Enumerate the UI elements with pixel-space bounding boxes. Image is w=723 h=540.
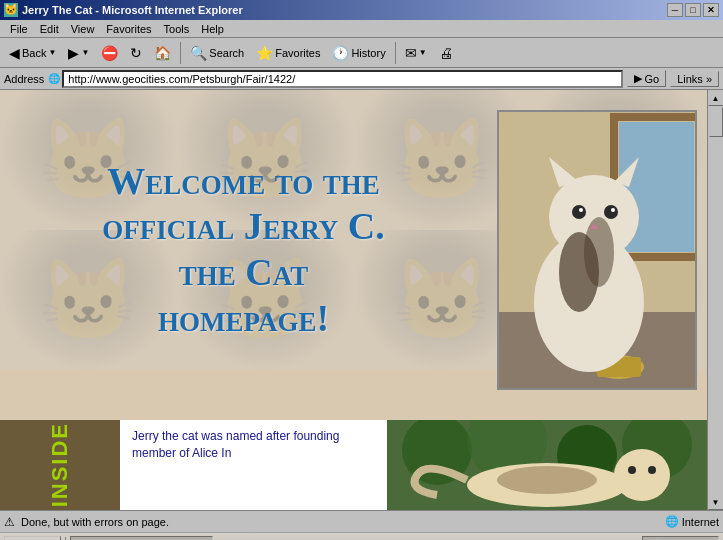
system-tray: 🔊 9:33 PM bbox=[642, 536, 719, 541]
svg-point-23 bbox=[614, 449, 670, 501]
menu-help[interactable]: Help bbox=[195, 22, 230, 36]
zone-label: Internet bbox=[682, 516, 719, 528]
status-zone: 🌐 Internet bbox=[665, 515, 719, 528]
favorites-icon: ⭐ bbox=[256, 45, 273, 61]
mail-button[interactable]: ✉ ▼ bbox=[400, 43, 432, 63]
address-bar: Address 🌐 ▶ Go Links » bbox=[0, 68, 723, 90]
svg-point-12 bbox=[572, 205, 586, 219]
search-button[interactable]: 🔍 Search bbox=[185, 43, 249, 63]
welcome-section: Welcome to the official Jerry C. the Cat… bbox=[0, 90, 707, 410]
minimize-button[interactable]: ─ bbox=[667, 3, 683, 17]
close-button[interactable]: ✕ bbox=[703, 3, 719, 17]
menu-edit[interactable]: Edit bbox=[34, 22, 65, 36]
refresh-button[interactable]: ↻ bbox=[125, 43, 147, 63]
cat-photo-area bbox=[487, 90, 707, 410]
taskbar: ⊞ Start 🐱 Jerry The Cat - Micro... 🔊 9:3… bbox=[0, 532, 723, 540]
vertical-scrollbar[interactable]: ▲ ▼ bbox=[707, 90, 723, 510]
menu-favorites[interactable]: Favorites bbox=[100, 22, 157, 36]
taskbar-window-item[interactable]: 🐱 Jerry The Cat - Micro... bbox=[70, 536, 213, 541]
globe-icon: 🌐 bbox=[665, 515, 679, 528]
stop-button[interactable]: ⛔ bbox=[96, 43, 123, 63]
forward-arrow-icon: ▼ bbox=[81, 48, 89, 57]
cat-photo-svg bbox=[499, 112, 697, 390]
inside-panel: INSIDE bbox=[0, 420, 120, 510]
svg-point-11 bbox=[584, 217, 614, 287]
status-text: Done, but with errors on page. bbox=[21, 516, 659, 528]
cat-photo-frame bbox=[497, 110, 697, 390]
welcome-line4: homepage! bbox=[158, 297, 329, 339]
warning-icon: ⚠ bbox=[4, 515, 15, 529]
address-label: Address bbox=[4, 73, 44, 85]
mail-arrow-icon: ▼ bbox=[419, 48, 427, 57]
back-label: Back bbox=[22, 47, 46, 59]
back-icon: ◀ bbox=[9, 45, 20, 61]
home-icon: 🏠 bbox=[154, 45, 171, 61]
toolbar: ◀ Back ▼ ▶ ▼ ⛔ ↻ 🏠 🔍 Search ⭐ Favorites … bbox=[0, 38, 723, 68]
svg-point-26 bbox=[648, 466, 656, 474]
webpage-icon: 🌐 bbox=[48, 73, 60, 84]
scroll-down-button[interactable]: ▼ bbox=[708, 494, 724, 510]
back-button[interactable]: ◀ Back ▼ bbox=[4, 43, 61, 63]
go-button[interactable]: ▶ Go bbox=[627, 70, 666, 87]
welcome-text-area: Welcome to the official Jerry C. the Cat… bbox=[0, 90, 487, 410]
toolbar-separator-2 bbox=[395, 42, 396, 64]
favorites-button[interactable]: ⭐ Favorites bbox=[251, 43, 325, 63]
search-icon: 🔍 bbox=[190, 45, 207, 61]
history-button[interactable]: 🕐 History bbox=[327, 43, 390, 63]
mail-icon: ✉ bbox=[405, 45, 417, 61]
history-label: History bbox=[351, 47, 385, 59]
stop-icon: ⛔ bbox=[101, 45, 118, 61]
links-button[interactable]: Links » bbox=[670, 71, 719, 87]
window-title: Jerry The Cat - Microsoft Internet Explo… bbox=[22, 4, 243, 16]
forward-button[interactable]: ▶ ▼ bbox=[63, 43, 94, 63]
search-label: Search bbox=[209, 47, 244, 59]
history-icon: 🕐 bbox=[332, 45, 349, 61]
maximize-button[interactable]: □ bbox=[685, 3, 701, 17]
info-text: Jerry the cat was named after founding m… bbox=[132, 428, 375, 462]
window-icon: 🐱 bbox=[4, 3, 18, 17]
svg-point-13 bbox=[604, 205, 618, 219]
cat-photo bbox=[499, 112, 695, 388]
welcome-line2: official Jerry C. bbox=[102, 205, 385, 247]
back-arrow-icon: ▼ bbox=[48, 48, 56, 57]
window-controls: ─ □ ✕ bbox=[667, 3, 719, 17]
browser-content: Welcome to the official Jerry C. the Cat… bbox=[0, 90, 723, 510]
scroll-track[interactable] bbox=[708, 106, 723, 494]
svg-point-14 bbox=[579, 208, 583, 212]
webpage: Welcome to the official Jerry C. the Cat… bbox=[0, 90, 707, 510]
home-button[interactable]: 🏠 bbox=[149, 43, 176, 63]
address-input-wrap: 🌐 bbox=[48, 70, 623, 88]
svg-point-25 bbox=[628, 466, 636, 474]
welcome-title: Welcome to the official Jerry C. the Cat… bbox=[102, 159, 385, 341]
menu-bar: File Edit View Favorites Tools Help bbox=[0, 20, 723, 38]
address-input[interactable] bbox=[62, 70, 623, 88]
forward-icon: ▶ bbox=[68, 45, 79, 61]
print-icon: 🖨 bbox=[439, 45, 453, 61]
taskbar-separator bbox=[65, 537, 66, 541]
welcome-line3: the Cat bbox=[179, 251, 308, 293]
print-button[interactable]: 🖨 bbox=[434, 43, 458, 63]
inside-label: INSIDE bbox=[47, 422, 73, 507]
go-label: Go bbox=[644, 73, 659, 85]
go-arrow-icon: ▶ bbox=[634, 72, 642, 85]
menu-file[interactable]: File bbox=[4, 22, 34, 36]
scroll-thumb[interactable] bbox=[709, 107, 723, 137]
welcome-line1: Welcome to the bbox=[107, 160, 380, 202]
title-bar: 🐱 Jerry The Cat - Microsoft Internet Exp… bbox=[0, 0, 723, 20]
start-button[interactable]: ⊞ Start bbox=[4, 536, 61, 541]
scroll-up-button[interactable]: ▲ bbox=[708, 90, 724, 106]
svg-point-24 bbox=[497, 466, 597, 494]
menu-view[interactable]: View bbox=[65, 22, 101, 36]
status-bar: ⚠ Done, but with errors on page. 🌐 Inter… bbox=[0, 510, 723, 532]
favorites-label: Favorites bbox=[275, 47, 320, 59]
menu-tools[interactable]: Tools bbox=[158, 22, 196, 36]
status-right: 🌐 Internet bbox=[665, 515, 719, 528]
cat-photo2-area bbox=[387, 420, 707, 510]
svg-point-15 bbox=[611, 208, 615, 212]
cat-photo2-svg bbox=[387, 420, 707, 510]
refresh-icon: ↻ bbox=[130, 45, 142, 61]
cat-photo2 bbox=[387, 420, 707, 510]
toolbar-separator bbox=[180, 42, 181, 64]
info-panel: Jerry the cat was named after founding m… bbox=[120, 420, 387, 510]
bottom-section: INSIDE Jerry the cat was named after fou… bbox=[0, 420, 707, 510]
